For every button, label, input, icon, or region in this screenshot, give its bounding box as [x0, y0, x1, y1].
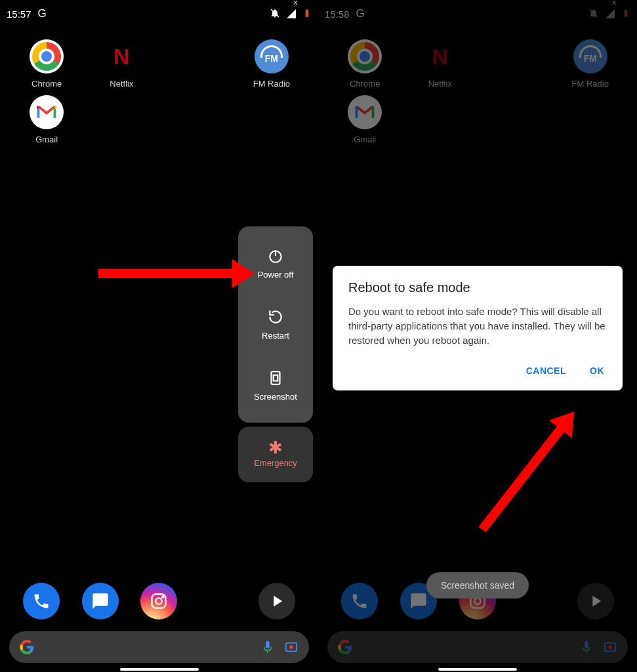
restart-button[interactable]: Restart: [238, 294, 313, 355]
nav-bar-pill[interactable]: [438, 668, 517, 671]
restart-icon: [267, 308, 284, 326]
app-chrome[interactable]: Chrome: [327, 39, 403, 89]
google-indicator-icon: G: [356, 7, 365, 20]
toast-notification: Screenshot saved: [426, 572, 529, 598]
phone-app[interactable]: [341, 583, 378, 620]
screenshot-button[interactable]: Screenshot: [238, 355, 313, 416]
chrome-icon: [348, 39, 382, 74]
messages-icon: [409, 592, 428, 610]
safe-mode-dialog: Reboot to safe mode Do you want to reboo…: [333, 266, 623, 390]
nav-bar-pill[interactable]: [120, 668, 199, 671]
dnd-icon: [270, 8, 280, 20]
app-label: Chrome: [350, 79, 380, 89]
app-grid: Chrome N Netflix . FM FM Radio Gmail: [0, 25, 318, 144]
app-netflix[interactable]: N Netflix: [84, 39, 159, 89]
svg-point-15: [608, 645, 612, 649]
cancel-button[interactable]: CANCEL: [524, 360, 569, 381]
fmradio-icon: FM: [255, 39, 289, 74]
dock: [0, 583, 318, 620]
status-time: 15:57: [7, 9, 31, 20]
emergency-button[interactable]: ✱ Emergency: [238, 427, 313, 482]
app-label: Chrome: [31, 79, 62, 89]
google-indicator-icon: G: [38, 7, 47, 20]
app-fmradio[interactable]: FM FM Radio: [234, 39, 309, 89]
screenshot-right: 15:58 G x Chrome N: [318, 0, 637, 672]
chrome-icon: [30, 39, 64, 74]
svg-point-6: [156, 598, 162, 604]
play-icon: [268, 592, 286, 610]
screenshot-label: Screenshot: [254, 392, 297, 402]
lens-icon[interactable]: [284, 640, 298, 654]
play-store-app[interactable]: [258, 583, 295, 620]
phone-app[interactable]: [23, 583, 60, 620]
battery-icon: [621, 7, 630, 21]
power-icon: [267, 247, 284, 264]
svg-rect-3: [272, 371, 280, 385]
app-label: Gmail: [35, 135, 58, 144]
status-bar: 15:57 G x: [0, 0, 318, 25]
emergency-label: Emergency: [254, 458, 297, 468]
play-store-app[interactable]: [577, 583, 614, 620]
app-grid: Chrome N Netflix . FM FM Radio Gmail: [318, 25, 637, 144]
google-g-icon: [20, 640, 34, 654]
dialog-body: Do you want to reboot into safe mode? Th…: [348, 304, 607, 347]
mic-icon[interactable]: [579, 640, 594, 654]
dialog-title: Reboot to safe mode: [348, 280, 607, 295]
netflix-icon: N: [423, 39, 457, 74]
app-gmail[interactable]: Gmail: [327, 95, 403, 144]
instagram-app[interactable]: [140, 583, 177, 620]
phone-icon: [32, 592, 51, 610]
app-label: Gmail: [354, 135, 376, 144]
app-label: FM Radio: [253, 79, 290, 89]
svg-rect-4: [274, 375, 278, 381]
annotation-arrow: [478, 423, 566, 532]
netflix-icon: N: [104, 39, 138, 74]
phone-icon: [350, 592, 369, 610]
app-chrome[interactable]: Chrome: [9, 39, 84, 89]
app-netflix[interactable]: N Netflix: [403, 39, 478, 89]
toast-text: Screenshot saved: [441, 580, 514, 591]
battery-icon: [302, 7, 312, 21]
svg-point-7: [163, 596, 164, 597]
app-gmail[interactable]: Gmail: [9, 95, 84, 144]
app-fmradio[interactable]: FM FM Radio: [553, 39, 628, 89]
screenshot-left: 15:57 G x Chrome N: [0, 0, 318, 672]
signal-icon: x: [606, 9, 615, 18]
gmail-icon: [348, 95, 382, 129]
dnd-icon: [588, 8, 599, 20]
mic-icon[interactable]: [260, 640, 275, 654]
status-time: 15:58: [325, 9, 350, 20]
google-search-bar[interactable]: [9, 631, 309, 663]
instagram-icon: [150, 592, 168, 610]
emergency-icon: ✱: [268, 441, 283, 454]
messages-icon: [91, 592, 110, 610]
fmradio-icon: FM: [573, 39, 607, 74]
google-search-bar[interactable]: [327, 631, 628, 663]
app-label: FM Radio: [572, 79, 609, 89]
lens-icon[interactable]: [603, 640, 617, 654]
signal-icon: x: [287, 9, 296, 18]
restart-label: Restart: [262, 331, 289, 341]
svg-point-9: [289, 645, 293, 649]
ok-button[interactable]: OK: [587, 360, 607, 381]
messages-app[interactable]: [82, 583, 119, 620]
gmail-icon: [30, 95, 64, 129]
play-icon: [586, 592, 605, 610]
app-label: Netflix: [110, 79, 133, 89]
annotation-arrow: [98, 269, 236, 278]
svg-point-12: [474, 598, 480, 604]
power-off-label: Power off: [258, 270, 294, 280]
google-g-icon: [338, 640, 352, 654]
status-bar: 15:58 G x: [318, 0, 637, 25]
screenshot-icon: [267, 369, 284, 387]
app-label: Netflix: [428, 79, 452, 89]
